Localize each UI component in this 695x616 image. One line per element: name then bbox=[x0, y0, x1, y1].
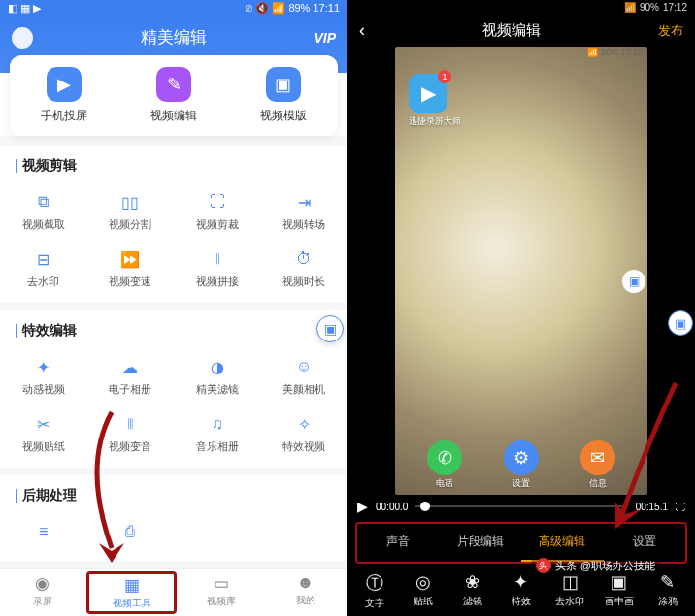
tool-fx[interactable]: ✦特效 bbox=[498, 571, 545, 610]
tool-voice-change[interactable]: ⦀视频变音 bbox=[87, 405, 175, 462]
section-title: 后期处理 bbox=[0, 487, 348, 512]
section-post: 后期处理 ≡ ⎙ bbox=[0, 475, 348, 561]
gear-icon: ⚙ bbox=[504, 440, 539, 475]
badge-count: 1 bbox=[438, 70, 451, 83]
section-title: 特效编辑 bbox=[0, 322, 348, 347]
watermark-prefix: 头条 bbox=[555, 559, 577, 573]
tool-video-duration[interactable]: ⏱视频时长 bbox=[261, 240, 348, 297]
tool-doodle[interactable]: ✎涂鸦 bbox=[645, 571, 691, 610]
speed-icon: ⏩ bbox=[118, 247, 142, 271]
time-text: 17:12 bbox=[663, 2, 687, 13]
library-icon: ▭ bbox=[179, 573, 263, 594]
video-edit-icon: ✎ bbox=[156, 67, 191, 102]
right-app-screen: 📶 90% 17:12 ‹ 视频编辑 发布 📶 90% 17:12 ▶1 迅捷录… bbox=[348, 0, 695, 616]
dock-phone: ✆电话 bbox=[427, 440, 462, 490]
watermark-remove-icon: ⊟ bbox=[32, 247, 55, 271]
camera-icon: ▣ bbox=[675, 316, 686, 331]
tool-video-merge[interactable]: ⫴视频拼接 bbox=[174, 240, 261, 297]
tool-remove-watermark[interactable]: ◫去水印 bbox=[546, 571, 593, 610]
nav-mine[interactable]: ☻我的 bbox=[263, 573, 348, 612]
sections-scroll[interactable]: 视频剪辑 ⧉视频截取 ▯▯视频分割 ⛶视频剪裁 ⇥视频转场 ⊟去水印 ⏩视频变速… bbox=[0, 136, 348, 568]
nav-record[interactable]: ◉录屏 bbox=[0, 573, 84, 612]
editor-header: ‹ 视频编辑 发布 bbox=[348, 15, 695, 47]
inner-status-bar: 📶 90% 17:12 bbox=[395, 47, 647, 58]
tab-sound[interactable]: 声音 bbox=[357, 524, 440, 562]
card-video-template[interactable]: ▣ 视频模版 bbox=[228, 67, 338, 124]
watermark-author: @职场办公技能 bbox=[580, 559, 655, 573]
current-time: 00:00.0 bbox=[376, 502, 408, 512]
battery-text: 89% bbox=[288, 2, 310, 14]
tool-dynamic-video[interactable]: ✦动感视频 bbox=[0, 347, 87, 405]
duration-icon: ⏱ bbox=[292, 247, 315, 271]
tool-post-item[interactable]: ≡ bbox=[0, 512, 87, 555]
tool-music-album[interactable]: ♫音乐相册 bbox=[174, 405, 261, 462]
tool-video-split[interactable]: ▯▯视频分割 bbox=[87, 182, 175, 240]
tool-beauty-cam[interactable]: ☺美颜相机 bbox=[261, 347, 348, 405]
floating-camera-button[interactable]: ▣ bbox=[316, 315, 344, 342]
seek-bar[interactable] bbox=[415, 505, 627, 507]
play-button[interactable]: ▶ bbox=[357, 499, 368, 514]
status-bar: 📶 90% 17:12 bbox=[348, 0, 695, 15]
nav-video-tools[interactable]: ▦视频工具 bbox=[86, 571, 177, 614]
phone-home-screen: 📶 90% 17:12 ▶1 迅捷录屏大师 ▣ ✆电话 ⚙设置 ✉信息 bbox=[395, 47, 647, 495]
tool-video-trim[interactable]: ⛶视频剪裁 bbox=[174, 182, 261, 240]
card-phone-cast[interactable]: ▶ 手机投屏 bbox=[10, 67, 119, 124]
top-feature-cards: ▶ 手机投屏 ✎ 视频编辑 ▣ 视频模版 bbox=[10, 55, 338, 136]
publish-button[interactable]: 发布 bbox=[658, 22, 683, 40]
tool-fx-video[interactable]: ✧特效视频 bbox=[261, 405, 348, 462]
fullscreen-icon[interactable]: ⛶ bbox=[676, 502, 685, 512]
phone-icon: ✆ bbox=[427, 440, 462, 475]
page-title: 精美编辑 bbox=[141, 26, 207, 49]
text-icon: Ⓣ bbox=[351, 571, 398, 595]
trim-icon: ⛶ bbox=[206, 190, 229, 213]
sticker-icon: ◎ bbox=[400, 571, 447, 593]
tool-video-speed[interactable]: ⏩视频变速 bbox=[87, 240, 175, 297]
home-dock: ✆电话 ⚙设置 ✉信息 bbox=[395, 440, 647, 490]
tool-filter[interactable]: ❀滤镜 bbox=[449, 571, 496, 610]
tool-post-item[interactable]: ⎙ bbox=[87, 512, 175, 555]
status-icons-left: ◧ ▦ ▶ bbox=[8, 2, 41, 15]
tool-filter[interactable]: ◑精美滤镜 bbox=[174, 347, 261, 405]
tab-clip-edit[interactable]: 片段编辑 bbox=[440, 524, 522, 562]
dynamic-icon: ✦ bbox=[32, 355, 55, 378]
tool-sticker[interactable]: ◎贴纸 bbox=[400, 571, 447, 610]
tool-video-transition[interactable]: ⇥视频转场 bbox=[261, 182, 348, 240]
toutiao-icon: 头 bbox=[536, 558, 551, 573]
merge-icon: ⫴ bbox=[206, 247, 229, 271]
left-app-screen: ◧ ▦ ▶ ⎚ 🔇 📶 89% 17:11 精美编辑 VIP ▶ 手机投屏 ✎ … bbox=[0, 0, 348, 616]
video-preview[interactable]: 📶 90% 17:12 ▶1 迅捷录屏大师 ▣ ✆电话 ⚙设置 ✉信息 bbox=[348, 47, 695, 495]
record-icon: ◉ bbox=[0, 573, 84, 594]
voice-icon: ⦀ bbox=[118, 412, 142, 436]
card-video-edit[interactable]: ✎ 视频编辑 bbox=[119, 67, 229, 124]
nav-library[interactable]: ▭视频库 bbox=[179, 573, 263, 612]
floating-camera-button[interactable]: ▣ bbox=[668, 310, 693, 336]
phone-cast-icon: ▶ bbox=[47, 67, 82, 102]
section-effects: 特效编辑 ✦动感视频 ☁电子相册 ◑精美滤镜 ☺美颜相机 ✂视频贴纸 ⦀视频变音… bbox=[0, 310, 348, 468]
seek-handle[interactable] bbox=[420, 502, 430, 511]
tool-ealbum[interactable]: ☁电子相册 bbox=[87, 347, 175, 405]
video-template-icon: ▣ bbox=[266, 67, 301, 102]
toutiao-watermark: 头 头条 @职场办公技能 bbox=[530, 556, 661, 575]
tool-sticker[interactable]: ✂视频贴纸 bbox=[0, 405, 87, 462]
card-label: 视频编辑 bbox=[119, 108, 229, 124]
tool-text[interactable]: Ⓣ文字 bbox=[351, 571, 398, 610]
tool-video-crop[interactable]: ⧉视频截取 bbox=[0, 182, 87, 240]
tool-remove-watermark[interactable]: ⊟去水印 bbox=[0, 240, 87, 297]
mute-icon: 🔇 bbox=[255, 2, 269, 14]
camera-icon: ▣ bbox=[324, 321, 337, 337]
card-label: 视频模版 bbox=[228, 108, 338, 124]
transition-icon: ⇥ bbox=[292, 190, 315, 213]
split-icon: ▯▯ bbox=[118, 190, 142, 213]
wifi-icon: 📶 bbox=[272, 2, 285, 14]
back-button[interactable]: ‹ bbox=[359, 20, 365, 41]
recorder-app-icon: ▶1 bbox=[409, 74, 447, 113]
bottom-nav: ◉录屏 ▦视频工具 ▭视频库 ☻我的 bbox=[0, 568, 348, 616]
section-title: 视频剪辑 bbox=[0, 157, 348, 182]
user-avatar-icon[interactable] bbox=[12, 27, 33, 49]
tool-pip[interactable]: ▣画中画 bbox=[595, 571, 642, 610]
section-video-clip: 视频剪辑 ⧉视频截取 ▯▯视频分割 ⛶视频剪裁 ⇥视频转场 ⊟去水印 ⏩视频变速… bbox=[0, 146, 348, 303]
dock-messages: ✉信息 bbox=[580, 440, 615, 490]
vip-badge[interactable]: VIP bbox=[314, 30, 336, 46]
cast-icon: ⎚ bbox=[246, 2, 252, 14]
music-icon: ♫ bbox=[206, 412, 229, 436]
